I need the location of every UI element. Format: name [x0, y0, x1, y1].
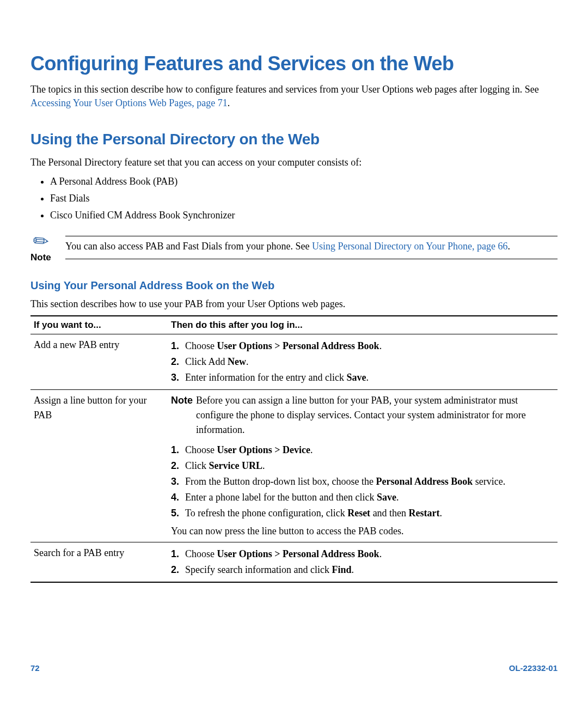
- step-bold: New: [228, 356, 246, 367]
- step-number: 2.: [171, 563, 185, 577]
- step-bold: User Options > Personal Address Book: [217, 548, 379, 559]
- inline-note-label: Note: [171, 393, 196, 437]
- step: 2.Click Service URL.: [171, 459, 554, 473]
- pencil-icon: ✎: [29, 230, 53, 254]
- step-text: Enter information for the entry and clic…: [185, 372, 346, 383]
- page-footer: 72 OL-22332-01: [30, 659, 558, 673]
- table-header-col2: Then do this after you log in...: [168, 316, 558, 334]
- step-text: service.: [473, 476, 505, 487]
- step: 1.Choose User Options > Device.: [171, 443, 554, 457]
- inline-note-text: Before you can assign a line button for …: [196, 393, 554, 437]
- intro-text-before: The topics in this section describe how …: [30, 84, 539, 95]
- step-text: To refresh the phone configuration, clic…: [185, 508, 347, 518]
- step-text: .: [379, 340, 382, 351]
- link-personal-directory-phone[interactable]: Using Personal Directory on Your Phone, …: [312, 241, 507, 252]
- inline-note: Note Before you can assign a line button…: [171, 393, 554, 437]
- task-cell: Assign a line button for your PAB: [30, 389, 168, 542]
- step-bold: User Options > Personal Address Book: [217, 340, 379, 351]
- intro-text-after: .: [228, 97, 230, 108]
- step-bold: Reset: [347, 508, 370, 518]
- step-text: Choose: [185, 340, 217, 351]
- note-block: ✎ Note You can also access PAB and Fast …: [30, 236, 558, 263]
- table-row: Assign a line button for your PAB Note B…: [30, 389, 558, 542]
- document-id: OL-22332-01: [509, 663, 558, 673]
- link-accessing-user-options[interactable]: Accessing Your User Options Web Pages, p…: [30, 97, 228, 108]
- step-bold: User Options > Device: [217, 444, 310, 455]
- step-text: and then: [370, 508, 408, 518]
- intro-paragraph: The topics in this section describe how …: [30, 83, 558, 110]
- step: 5.To refresh the phone configuration, cl…: [171, 506, 554, 521]
- task-cell: Search for a PAB entry: [30, 542, 168, 582]
- step-text: Enter a phone label for the button and t…: [185, 492, 377, 503]
- h3-intro-paragraph: This section describes how to use your P…: [30, 297, 558, 311]
- step-text: .: [396, 492, 399, 503]
- step: 2.Click Add New.: [171, 355, 554, 369]
- table-header-col1: If you want to...: [30, 316, 168, 334]
- table-row: Add a new PAB entry 1.Choose User Option…: [30, 334, 558, 389]
- step-text: Specify search information and click: [185, 564, 332, 575]
- step-bold: Service URL: [209, 460, 262, 471]
- procedure-table: If you want to... Then do this after you…: [30, 315, 558, 583]
- step-text: Choose: [185, 444, 217, 455]
- step-text: Choose: [185, 548, 217, 559]
- list-item: Fast Dials: [50, 191, 558, 206]
- task-cell: Add a new PAB entry: [30, 334, 168, 389]
- page-heading-1: Configuring Features and Services on the…: [30, 52, 558, 75]
- step-number: 2.: [171, 355, 185, 369]
- pd-intro-paragraph: The Personal Directory feature set that …: [30, 156, 558, 169]
- step-text: .: [262, 460, 265, 471]
- step: 1.Choose User Options > Personal Address…: [171, 339, 554, 353]
- table-row: Search for a PAB entry 1.Choose User Opt…: [30, 542, 558, 582]
- step-text: .: [440, 508, 443, 518]
- step-text: .: [246, 356, 249, 367]
- step-number: 2.: [171, 459, 185, 473]
- step: 3.From the Button drop-down list box, ch…: [171, 474, 554, 489]
- step-number: 1.: [171, 443, 185, 457]
- step-text: Click Add: [185, 356, 228, 367]
- step-bold: Save: [346, 372, 366, 383]
- steps-cell: 1.Choose User Options > Personal Address…: [168, 542, 558, 582]
- step-number: 5.: [171, 506, 185, 521]
- note-icon-column: ✎ Note: [30, 236, 65, 263]
- step-bold: Personal Address Book: [376, 476, 473, 487]
- step: 3.Enter information for the entry and cl…: [171, 370, 554, 385]
- step-bold: Restart: [409, 508, 440, 518]
- step-number: 3.: [171, 370, 185, 385]
- step: 4.Enter a phone label for the button and…: [171, 490, 554, 505]
- step-text: From the Button drop-down list box, choo…: [185, 476, 376, 487]
- steps-cell: 1.Choose User Options > Personal Address…: [168, 334, 558, 389]
- step-number: 3.: [171, 474, 185, 489]
- list-item: A Personal Address Book (PAB): [50, 174, 558, 189]
- step-text: .: [310, 444, 313, 455]
- step-text: Click: [185, 460, 209, 471]
- page-heading-2: Using the Personal Directory on the Web: [30, 131, 558, 148]
- step: 1.Choose User Options > Personal Address…: [171, 547, 554, 562]
- step-text: .: [366, 372, 369, 383]
- step: 2.Specify search information and click F…: [171, 563, 554, 577]
- page-number: 72: [30, 663, 40, 673]
- closing-text: You can now press the line button to acc…: [171, 524, 554, 539]
- step-text: .: [379, 548, 382, 559]
- note-text-before: You can also access PAB and Fast Dials f…: [65, 241, 312, 252]
- page-heading-3: Using Your Personal Address Book on the …: [30, 279, 558, 292]
- step-bold: Save: [377, 492, 396, 503]
- note-label: Note: [30, 252, 65, 263]
- list-item: Cisco Unified CM Address Book Synchroniz…: [50, 208, 558, 223]
- note-text-after: .: [507, 241, 510, 252]
- step-number: 1.: [171, 547, 185, 562]
- step-number: 4.: [171, 490, 185, 505]
- step-text: .: [351, 564, 354, 575]
- pd-feature-list: A Personal Address Book (PAB) Fast Dials…: [30, 174, 558, 223]
- note-body: You can also access PAB and Fast Dials f…: [65, 236, 558, 259]
- steps-cell: Note Before you can assign a line button…: [168, 389, 558, 542]
- step-number: 1.: [171, 339, 185, 353]
- step-bold: Find: [332, 564, 351, 575]
